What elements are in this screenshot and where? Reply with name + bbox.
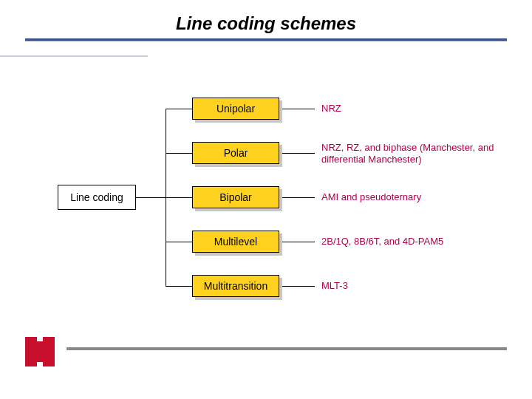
connector-detail	[282, 109, 315, 109]
connector-detail	[282, 242, 315, 242]
category-node: Bipolar	[192, 186, 282, 211]
connector-trunk	[136, 197, 166, 198]
connector-branch	[166, 242, 192, 242]
category-box: Bipolar	[192, 186, 279, 208]
page-title: Line coding schemes	[0, 0, 532, 34]
connector-branch	[166, 286, 192, 287]
category-node: Multitransition	[192, 275, 282, 300]
connector-branch	[166, 153, 192, 154]
category-label: Unipolar	[216, 103, 255, 115]
category-node: Polar	[192, 142, 282, 167]
connector-branch	[166, 197, 192, 198]
category-node: Multilevel	[192, 231, 282, 256]
category-label: Bipolar	[219, 191, 252, 203]
root-label: Line coding	[70, 191, 123, 203]
category-box: Multitransition	[192, 275, 279, 297]
category-box: Multilevel	[192, 231, 279, 253]
category-box: Polar	[192, 142, 279, 164]
category-label: Multitransition	[204, 280, 267, 292]
title-divider	[25, 38, 507, 41]
category-detail: 2B/1Q, 8B/6T, and 4D-PAM5	[321, 236, 443, 248]
category-box: Unipolar	[192, 98, 279, 120]
uh-logo	[25, 337, 55, 366]
footer-divider	[66, 347, 507, 350]
category-detail: AMI and pseudoternary	[321, 191, 421, 203]
category-detail: NRZ, RZ, and biphase (Manchester, and di…	[321, 142, 514, 166]
connector-detail	[282, 153, 315, 154]
connector-detail	[282, 197, 315, 198]
title-divider-stub	[0, 55, 148, 57]
category-detail: MLT-3	[321, 280, 348, 292]
category-node: Unipolar	[192, 98, 282, 123]
connector-branch	[166, 109, 192, 109]
connector-detail	[282, 286, 315, 287]
category-label: Multilevel	[214, 236, 257, 248]
category-detail: NRZ	[321, 103, 341, 115]
root-node: Line coding	[58, 185, 136, 210]
diagram-canvas: Line coding Unipolar NRZ Polar NRZ, RZ, …	[0, 89, 532, 325]
category-label: Polar	[224, 147, 248, 159]
